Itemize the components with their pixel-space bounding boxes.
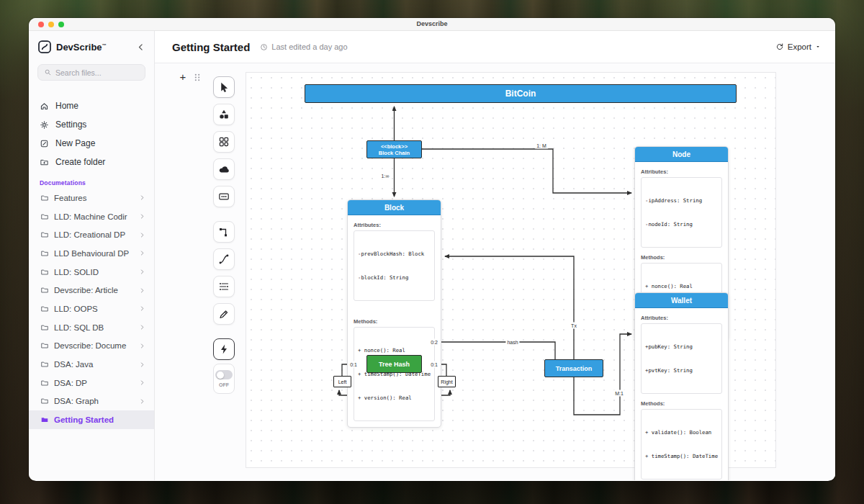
tool-layout-grid[interactable] [213,131,235,153]
drag-handle[interactable] [192,72,202,83]
sidebar-item-devscribe-document[interactable]: Devscribe: Docume [29,337,154,356]
canvas-toggle[interactable]: OFF [213,364,235,394]
attributes-list: +pubKey: String +pvtKey: String [641,323,722,394]
sidebar-item-lld-behavioural-dp[interactable]: LLD Behavioural DP [29,244,154,263]
right-node[interactable]: Right [438,376,456,387]
sidebar-item-lld-machine-coding[interactable]: LLD: Machine Codir [29,207,154,226]
edge-label-hash: hash [505,339,519,346]
doc-label: LLD: Creational DP [54,230,125,239]
class-block[interactable]: Block Attributes: -prevBlockHash: Block … [347,199,441,428]
diagram-board[interactable]: BitCoin <<block>> Block Chain Node Attri… [246,72,776,468]
sidebar-item-dsa-dp[interactable]: DSA: DP [29,374,154,392]
elbow-connector-icon [218,226,230,238]
doc-label: LLD: OOPS [54,305,98,313]
edge-label-tx: Tx [570,323,578,329]
doc-label: LLD: SQL DB [54,323,104,332]
bitcoin-title-node[interactable]: BitCoin [305,84,737,103]
tool-cloud[interactable] [213,158,235,180]
export-button[interactable]: Export [775,42,821,51]
class-node-title: Node [635,147,728,162]
chevron-right-icon [139,324,145,330]
attributes-label: Attributes: [641,315,722,321]
sidebar-item-dsa-java[interactable]: DSA: Java [29,355,154,374]
sidebar-item-home[interactable]: Home [29,96,154,115]
chevron-right-icon [139,250,145,256]
transaction-node[interactable]: Transaction [544,359,603,377]
pen-icon [218,308,230,320]
edge-label-right-mult: 0:1 [429,361,439,368]
folder-icon [40,360,49,369]
pointer-icon [218,81,230,93]
doc-label: LLD: SOLID [54,268,99,276]
tool-line-styles[interactable] [213,276,235,297]
window-title: Devscribe [29,18,835,30]
folder-icon [40,341,49,350]
chevron-right-icon [139,379,145,386]
search-box[interactable] [37,64,145,81]
tool-pointer[interactable] [213,76,235,98]
doc-label: Features [54,194,86,202]
class-wallet-title: Wallet [635,293,728,308]
sidebar-item-lld-solid[interactable]: LLD: SOLID [29,263,154,282]
attribute-line: +pvtKey: String [645,366,718,374]
clock-icon [260,43,268,51]
nav-label: Create folder [55,157,105,167]
chevron-right-icon [139,269,145,275]
nav-label: New Page [55,138,95,148]
treehash-node[interactable]: Tree Hash [366,355,422,373]
tool-pen[interactable] [213,303,235,325]
class-wallet[interactable]: Wallet Attributes: +pubKey: String +pvtK… [634,292,729,480]
tool-elbow-connector[interactable] [213,221,235,243]
search-input[interactable] [55,68,139,77]
last-edited-status: Last edited a day ago [260,42,347,51]
tool-text-block[interactable] [213,186,235,207]
home-icon [40,102,49,111]
blockchain-stereotype: <<block>> [381,143,408,150]
edge-label-left-mult: 0:1 [348,361,359,368]
sidebar: DevScribe™ Home Settings [29,31,155,480]
sidebar-item-dsa-graph[interactable]: DSA: Graph [29,392,154,411]
folder-icon [40,305,49,313]
close-button[interactable] [38,22,44,27]
folder-icon [40,194,49,202]
export-label: Export [788,42,811,51]
last-edited-text: Last edited a day ago [271,42,347,51]
chevron-right-icon [139,194,145,201]
folder-icon [40,323,49,332]
sidebar-collapse-button[interactable] [136,42,145,52]
sidebar-item-features[interactable]: Features [29,189,154,207]
doc-label: Getting Started [54,415,114,424]
blockchain-node[interactable]: <<block>> Block Chain [366,140,422,158]
active-doc-icon [40,415,49,424]
documentations-section-label: Documetations [29,171,154,189]
drag-dots-icon [192,72,202,83]
chevron-right-icon [139,361,145,368]
left-node[interactable]: Left [333,376,351,387]
chevron-right-icon [139,287,145,294]
doc-label: DSA: Java [54,360,93,369]
doc-label: LLD: Machine Codir [54,212,127,221]
edge-label-blockchain-node: 1: M [535,143,548,149]
tool-bolt[interactable] [213,338,235,360]
class-block-title: Block [348,200,441,215]
zoom-button[interactable] [58,22,64,27]
desktop-background: Devscribe DevScribe™ Home [0,0,864,504]
tool-shapes[interactable] [213,104,235,125]
sidebar-nav: Home Settings New Page Create folder [29,96,154,171]
editor-canvas[interactable]: + OFF [155,63,835,480]
minimize-button[interactable] [48,22,54,27]
tool-curve-connector[interactable] [213,248,235,270]
chevron-right-icon [139,398,145,405]
sidebar-item-lld-oops[interactable]: LLD: OOPS [29,300,154,318]
sidebar-item-devscribe-article[interactable]: Devscribe: Article [29,281,154,300]
toggle-switch[interactable] [215,370,233,379]
sidebar-item-getting-started[interactable]: Getting Started [29,410,154,429]
sidebar-item-lld-sql-db[interactable]: LLD: SQL DB [29,318,154,337]
sidebar-item-lld-creational-dp[interactable]: LLD: Creational DP [29,225,154,244]
folder-icon [40,230,49,239]
sidebar-item-new-page[interactable]: New Page [29,134,154,153]
add-element-button[interactable]: + [176,71,189,84]
sidebar-item-create-folder[interactable]: Create folder [29,153,154,171]
sidebar-item-settings[interactable]: Settings [29,115,154,134]
curve-connector-icon [218,253,230,265]
